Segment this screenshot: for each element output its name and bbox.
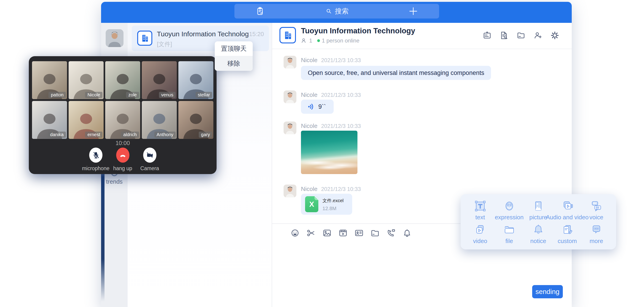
notice-feature-icon: [532, 223, 545, 237]
group-files-icon[interactable]: [516, 30, 526, 40]
file-fold-corner: [314, 196, 318, 200]
participant-name: Anthony: [154, 132, 176, 138]
participant-name: Nicole: [85, 92, 102, 98]
send-video-icon[interactable]: [338, 228, 348, 238]
participant-name: aldrich: [121, 132, 139, 138]
file-ext: .excel: [332, 198, 344, 203]
sender-name: Nicole: [301, 186, 318, 192]
message-time: 2021/12/3 10:33: [321, 92, 361, 98]
expression-feature-icon: [502, 199, 516, 213]
call-timer: 10:00: [29, 140, 216, 146]
feature-label: notice: [530, 238, 546, 245]
hangup-label: hang up: [113, 165, 132, 172]
chat-history-search-icon[interactable]: [499, 30, 509, 40]
nicole-avatar-image: [284, 90, 296, 103]
feature-audio-video[interactable]: Audio and video: [553, 198, 582, 222]
app-topbar: 搜索: [101, 2, 572, 23]
search-bar[interactable]: 搜索: [234, 4, 439, 18]
chat-main: Tuoyun Information Technology 1 1 person…: [272, 23, 572, 307]
feature-voice[interactable]: voice: [582, 198, 611, 222]
audio-video-feature-icon: [560, 199, 574, 213]
my-avatar-image: [106, 29, 124, 47]
feature-video[interactable]: video: [466, 222, 495, 246]
send-image-icon[interactable]: [322, 228, 332, 238]
video-call-phone-icon[interactable]: [386, 228, 396, 238]
online-status: 1 person online: [322, 37, 359, 44]
conversation-title: Tuoyun Information Technology: [157, 30, 248, 38]
camera-label: Camera: [140, 165, 159, 172]
camera-toggle-button[interactable]: [143, 148, 156, 163]
search-input[interactable]: 搜索: [234, 4, 439, 18]
sender-avatar[interactable]: [284, 90, 296, 103]
menu-item-pin-chat[interactable]: 置顶聊天: [215, 41, 253, 56]
notification-bell-icon[interactable]: [402, 228, 412, 238]
conversation-context-menu: 置顶聊天 移除: [215, 41, 253, 71]
feature-more[interactable]: more: [582, 222, 611, 246]
voice-feature-icon: [590, 199, 603, 213]
image-message-beach-photo[interactable]: [301, 131, 358, 174]
members-icon: [301, 37, 307, 44]
feature-custom[interactable]: custom: [553, 222, 582, 246]
search-placeholder: 搜索: [335, 7, 349, 16]
microphone-mute-button[interactable]: [89, 148, 102, 163]
chat-status-row: 1 1 person online: [301, 37, 359, 44]
send-button[interactable]: sending: [532, 285, 563, 298]
video-tile: aldrich: [105, 101, 140, 139]
screenshot-scissors-icon[interactable]: [306, 228, 316, 238]
camera-control: Camera: [136, 148, 163, 172]
my-avatar[interactable]: [106, 29, 124, 47]
add-member-icon[interactable]: [533, 30, 543, 40]
voice-wave-icon: [307, 103, 315, 111]
screenshot-stage: 搜索 trends: [0, 0, 644, 307]
video-tile: venus: [142, 61, 177, 99]
chat-header-group-avatar: [280, 27, 296, 43]
menu-item-remove[interactable]: 移除: [215, 56, 253, 71]
feature-notice[interactable]: notice: [524, 222, 553, 246]
video-tile: stellar: [178, 61, 213, 99]
contact-card-icon[interactable]: [354, 228, 364, 238]
emoji-icon[interactable]: [290, 228, 300, 238]
composer-toolbar: [290, 228, 412, 238]
video-tile: danika: [32, 101, 67, 139]
file-name: 文件: [322, 198, 332, 203]
custom-feature-icon: [560, 223, 574, 237]
participant-name: patton: [48, 92, 66, 98]
chat-header: Tuoyun Information Technology 1 1 person…: [272, 23, 572, 49]
sender-avatar[interactable]: [284, 56, 296, 68]
building-icon: [140, 33, 150, 43]
file-meta: 文件.excel 12.8M: [322, 197, 344, 212]
feature-file[interactable]: file: [495, 222, 524, 246]
microphone-label: microphone: [82, 165, 109, 172]
sender-avatar[interactable]: [284, 185, 296, 197]
microphone-control: microphone: [82, 148, 109, 172]
excel-badge-letter: X: [309, 200, 314, 209]
sender-avatar[interactable]: [284, 121, 296, 134]
video-call-window: patton Nicole zole venus stellar danika: [29, 56, 216, 174]
text-message-bubble[interactable]: Open source, free, and universal instant…: [301, 66, 491, 80]
message-text: Open source, free, and universal instant…: [308, 69, 484, 76]
send-file-folder-icon[interactable]: [370, 228, 380, 238]
sender-name: Nicole: [301, 122, 318, 129]
video-tile: ernest: [68, 101, 104, 139]
hang-up-button[interactable]: [116, 148, 130, 163]
participant-name: gary: [199, 132, 212, 138]
feature-label: expression: [495, 214, 524, 221]
group-notice-icon[interactable]: [482, 30, 492, 40]
voice-message-bubble[interactable]: 9``: [301, 100, 334, 114]
video-feature-icon: [474, 223, 487, 237]
excel-file-icon: X: [305, 196, 318, 212]
participant-name: zole: [126, 92, 139, 98]
feature-label: file: [506, 238, 513, 245]
search-icon: [325, 7, 333, 15]
nicole-avatar-image: [284, 56, 296, 68]
feature-expression[interactable]: expression: [495, 198, 524, 222]
hangup-phone-icon: [119, 151, 127, 159]
chat-title: Tuoyun Information Technology: [301, 26, 415, 35]
feature-text[interactable]: text: [466, 198, 495, 222]
member-count: 1: [309, 37, 312, 44]
settings-gear-icon[interactable]: [550, 30, 560, 40]
file-message-bubble[interactable]: X 文件.excel 12.8M: [301, 194, 352, 215]
video-tile: gary: [178, 101, 213, 139]
trends-label: trends: [106, 178, 122, 185]
feature-label: video: [473, 238, 487, 245]
